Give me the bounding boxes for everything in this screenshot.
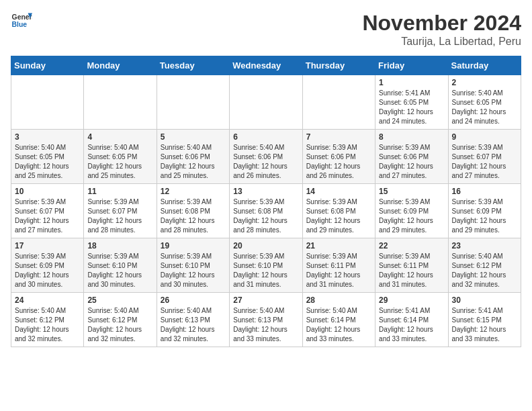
day-number: 6 <box>233 132 298 142</box>
day-number: 11 <box>87 187 152 196</box>
day-number: 20 <box>233 241 298 250</box>
calendar-cell <box>11 75 84 130</box>
day-info: Sunrise: 5:40 AM Sunset: 6:12 PM Dayligh… <box>15 306 80 344</box>
day-info: Sunrise: 5:41 AM Sunset: 6:14 PM Dayligh… <box>379 306 444 344</box>
day-number: 10 <box>15 187 80 196</box>
calendar-week-row: 10Sunrise: 5:39 AM Sunset: 6:07 PM Dayli… <box>11 184 521 238</box>
day-info: Sunrise: 5:39 AM Sunset: 6:11 PM Dayligh… <box>379 252 444 289</box>
calendar-cell: 30Sunrise: 5:41 AM Sunset: 6:15 PM Dayli… <box>448 293 521 347</box>
calendar-cell: 6Sunrise: 5:40 AM Sunset: 6:06 PM Daylig… <box>230 130 302 184</box>
day-number: 23 <box>452 241 517 250</box>
day-number: 9 <box>452 132 517 142</box>
calendar-table: SundayMondayTuesdayWednesdayThursdayFrid… <box>11 56 521 347</box>
calendar-cell: 9Sunrise: 5:39 AM Sunset: 6:07 PM Daylig… <box>448 130 521 184</box>
calendar-cell: 20Sunrise: 5:39 AM Sunset: 6:10 PM Dayli… <box>230 238 302 293</box>
calendar-cell <box>157 75 229 130</box>
calendar-cell: 8Sunrise: 5:39 AM Sunset: 6:06 PM Daylig… <box>375 130 448 184</box>
calendar-day-header: Monday <box>84 56 157 75</box>
calendar-cell: 12Sunrise: 5:39 AM Sunset: 6:08 PM Dayli… <box>157 184 229 238</box>
page-header: General Blue November 2024 Taurija, La L… <box>11 11 521 48</box>
day-info: Sunrise: 5:39 AM Sunset: 6:07 PM Dayligh… <box>452 143 517 181</box>
calendar-day-header: Saturday <box>448 56 521 75</box>
day-number: 16 <box>452 187 517 196</box>
day-info: Sunrise: 5:39 AM Sunset: 6:06 PM Dayligh… <box>379 143 444 181</box>
day-number: 22 <box>379 241 444 250</box>
calendar-cell: 22Sunrise: 5:39 AM Sunset: 6:11 PM Dayli… <box>375 238 448 293</box>
day-number: 3 <box>15 132 80 142</box>
calendar-subtitle: Taurija, La Libertad, Peru <box>362 36 521 48</box>
day-number: 18 <box>87 241 152 250</box>
day-info: Sunrise: 5:41 AM Sunset: 6:05 PM Dayligh… <box>379 89 444 126</box>
calendar-cell: 17Sunrise: 5:39 AM Sunset: 6:09 PM Dayli… <box>11 238 84 293</box>
day-number: 26 <box>161 295 226 305</box>
day-number: 12 <box>161 187 226 196</box>
calendar-cell: 11Sunrise: 5:39 AM Sunset: 6:07 PM Dayli… <box>84 184 157 238</box>
calendar-cell: 14Sunrise: 5:39 AM Sunset: 6:08 PM Dayli… <box>302 184 375 238</box>
day-info: Sunrise: 5:39 AM Sunset: 6:06 PM Dayligh… <box>306 143 371 181</box>
calendar-week-row: 17Sunrise: 5:39 AM Sunset: 6:09 PM Dayli… <box>11 238 521 293</box>
calendar-cell: 15Sunrise: 5:39 AM Sunset: 6:09 PM Dayli… <box>375 184 448 238</box>
day-number: 21 <box>306 241 371 250</box>
calendar-cell: 27Sunrise: 5:40 AM Sunset: 6:13 PM Dayli… <box>230 293 302 347</box>
day-number: 13 <box>233 187 298 196</box>
day-number: 14 <box>306 187 371 196</box>
day-info: Sunrise: 5:40 AM Sunset: 6:05 PM Dayligh… <box>15 143 80 181</box>
day-info: Sunrise: 5:39 AM Sunset: 6:10 PM Dayligh… <box>87 252 152 289</box>
calendar-cell: 4Sunrise: 5:40 AM Sunset: 6:05 PM Daylig… <box>84 130 157 184</box>
calendar-cell: 16Sunrise: 5:39 AM Sunset: 6:09 PM Dayli… <box>448 184 521 238</box>
calendar-cell: 28Sunrise: 5:40 AM Sunset: 6:14 PM Dayli… <box>302 293 375 347</box>
day-number: 28 <box>306 295 371 305</box>
calendar-day-header: Thursday <box>302 56 375 75</box>
day-number: 5 <box>161 132 226 142</box>
calendar-cell: 13Sunrise: 5:39 AM Sunset: 6:08 PM Dayli… <box>230 184 302 238</box>
logo: General Blue <box>11 11 32 30</box>
day-info: Sunrise: 5:39 AM Sunset: 6:08 PM Dayligh… <box>306 197 371 235</box>
day-number: 7 <box>306 132 371 142</box>
day-number: 25 <box>87 295 152 305</box>
day-number: 24 <box>15 295 80 305</box>
day-number: 19 <box>161 241 226 250</box>
day-number: 29 <box>379 295 444 305</box>
day-info: Sunrise: 5:40 AM Sunset: 6:12 PM Dayligh… <box>87 306 152 344</box>
calendar-cell: 24Sunrise: 5:40 AM Sunset: 6:12 PM Dayli… <box>11 293 84 347</box>
day-number: 8 <box>379 132 444 142</box>
day-info: Sunrise: 5:40 AM Sunset: 6:13 PM Dayligh… <box>161 306 226 344</box>
day-info: Sunrise: 5:41 AM Sunset: 6:15 PM Dayligh… <box>452 306 517 344</box>
day-info: Sunrise: 5:40 AM Sunset: 6:05 PM Dayligh… <box>87 143 152 181</box>
day-info: Sunrise: 5:39 AM Sunset: 6:11 PM Dayligh… <box>306 252 371 289</box>
calendar-cell: 19Sunrise: 5:39 AM Sunset: 6:10 PM Dayli… <box>157 238 229 293</box>
calendar-cell: 3Sunrise: 5:40 AM Sunset: 6:05 PM Daylig… <box>11 130 84 184</box>
day-number: 2 <box>452 78 517 87</box>
day-info: Sunrise: 5:39 AM Sunset: 6:10 PM Dayligh… <box>161 252 226 289</box>
logo-icon: General Blue <box>11 11 32 30</box>
calendar-cell <box>230 75 302 130</box>
svg-text:Blue: Blue <box>12 21 28 28</box>
calendar-cell: 18Sunrise: 5:39 AM Sunset: 6:10 PM Dayli… <box>84 238 157 293</box>
day-info: Sunrise: 5:39 AM Sunset: 6:10 PM Dayligh… <box>233 252 298 289</box>
calendar-cell: 26Sunrise: 5:40 AM Sunset: 6:13 PM Dayli… <box>157 293 229 347</box>
calendar-day-header: Tuesday <box>157 56 229 75</box>
day-info: Sunrise: 5:39 AM Sunset: 6:07 PM Dayligh… <box>15 197 80 235</box>
calendar-week-row: 3Sunrise: 5:40 AM Sunset: 6:05 PM Daylig… <box>11 130 521 184</box>
day-info: Sunrise: 5:40 AM Sunset: 6:13 PM Dayligh… <box>233 306 298 344</box>
day-number: 30 <box>452 295 517 305</box>
calendar-cell: 21Sunrise: 5:39 AM Sunset: 6:11 PM Dayli… <box>302 238 375 293</box>
calendar-cell: 25Sunrise: 5:40 AM Sunset: 6:12 PM Dayli… <box>84 293 157 347</box>
calendar-cell: 10Sunrise: 5:39 AM Sunset: 6:07 PM Dayli… <box>11 184 84 238</box>
calendar-cell: 23Sunrise: 5:40 AM Sunset: 6:12 PM Dayli… <box>448 238 521 293</box>
day-number: 27 <box>233 295 298 305</box>
day-number: 1 <box>379 78 444 87</box>
calendar-title-area: November 2024 Taurija, La Libertad, Peru <box>362 11 521 48</box>
calendar-cell <box>84 75 157 130</box>
calendar-day-header: Wednesday <box>230 56 302 75</box>
calendar-week-row: 1Sunrise: 5:41 AM Sunset: 6:05 PM Daylig… <box>11 75 521 130</box>
day-info: Sunrise: 5:40 AM Sunset: 6:12 PM Dayligh… <box>452 252 517 289</box>
day-info: Sunrise: 5:39 AM Sunset: 6:07 PM Dayligh… <box>87 197 152 235</box>
calendar-day-header: Sunday <box>11 56 84 75</box>
day-info: Sunrise: 5:39 AM Sunset: 6:09 PM Dayligh… <box>379 197 444 235</box>
calendar-cell: 7Sunrise: 5:39 AM Sunset: 6:06 PM Daylig… <box>302 130 375 184</box>
day-info: Sunrise: 5:40 AM Sunset: 6:06 PM Dayligh… <box>161 143 226 181</box>
calendar-cell: 2Sunrise: 5:40 AM Sunset: 6:05 PM Daylig… <box>448 75 521 130</box>
calendar-day-header: Friday <box>375 56 448 75</box>
day-info: Sunrise: 5:40 AM Sunset: 6:05 PM Dayligh… <box>452 89 517 126</box>
